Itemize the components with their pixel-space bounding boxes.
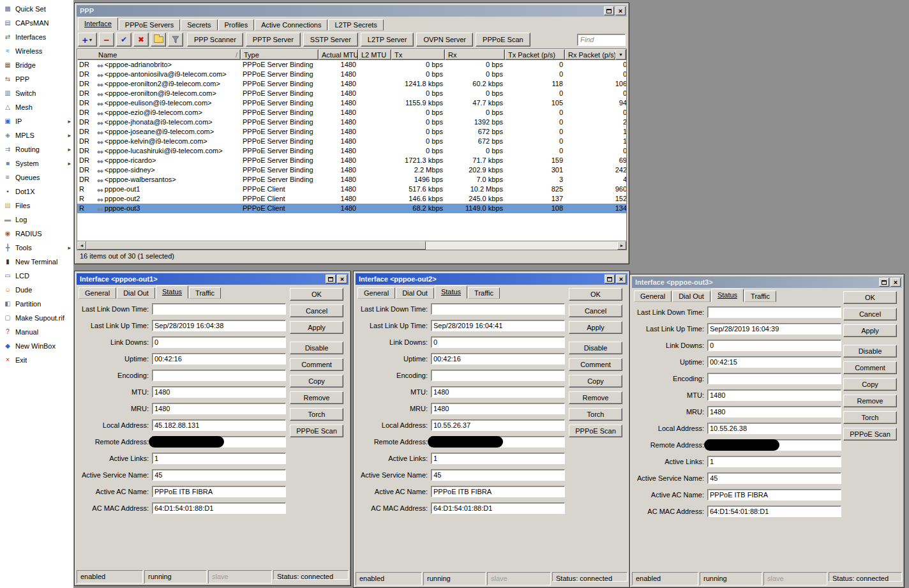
field-ac-mac-address[interactable]: 64:D1:54:01:88:D1	[707, 506, 841, 517]
add-button[interactable]: +▼	[78, 33, 97, 47]
tab-status[interactable]: Status	[435, 285, 467, 299]
field-remote-address[interactable]	[707, 439, 841, 451]
table-row[interactable]: DR◆◆<pppoe-eulison@i9-telecom.com>PPPoE …	[77, 98, 626, 108]
column-header-actual-mtu[interactable]: Actual MTU	[319, 49, 358, 60]
ok-button[interactable]: OK	[843, 291, 897, 304]
cancel-button[interactable]: Cancel	[290, 305, 343, 317]
field-remote-address[interactable]	[431, 436, 565, 448]
sidebar-item-manual[interactable]: ?Manual	[0, 325, 73, 339]
dialog-titlebar[interactable]: Interface <pppoe-out3>×	[632, 276, 902, 288]
disable-button[interactable]: Disable	[290, 342, 343, 354]
apply-button[interactable]: Apply	[843, 324, 897, 337]
field-last-link-down-time[interactable]	[431, 303, 565, 315]
restore-button[interactable]	[326, 275, 336, 283]
column-select-button[interactable]: ▼	[615, 49, 626, 60]
field-last-link-up-time[interactable]: Sep/28/2019 16:04:41	[431, 320, 565, 331]
dialog-titlebar[interactable]: Interface <pppoe-out1>×	[77, 273, 349, 285]
table-row[interactable]: DR◆◆<pppoe-eronilton2@i9-telecom.com>PPP…	[77, 79, 626, 89]
sidebar-item-switch[interactable]: ▥Switch	[0, 86, 73, 100]
close-button[interactable]: ×	[337, 275, 347, 283]
sidebar-item-new-terminal[interactable]: ▮New Terminal	[0, 255, 73, 269]
tab-traffic[interactable]: Traffic	[189, 287, 221, 299]
torch-button[interactable]: Torch	[843, 411, 897, 424]
field-active-links[interactable]: 1	[152, 453, 286, 464]
remove-button[interactable]: −	[99, 33, 114, 47]
field-uptime[interactable]: 00:42:16	[431, 353, 565, 365]
close-button[interactable]: ×	[616, 275, 626, 283]
table-row[interactable]: DR◆◆<pppoe-ezio@i9-telecom.com>PPPoE Ser…	[77, 108, 626, 117]
filter-button[interactable]	[168, 33, 183, 47]
restore-button[interactable]	[605, 275, 615, 283]
pppoe-scan-button[interactable]: PPPoE Scan	[476, 33, 530, 47]
field-link-downs[interactable]: 0	[707, 340, 841, 351]
ok-button[interactable]: OK	[569, 288, 622, 301]
column-header-l2-mtu[interactable]: L2 MTU	[358, 49, 391, 60]
tab-dial-out[interactable]: Dial Out	[117, 287, 155, 299]
sidebar-item-ppp[interactable]: ⇆PPP	[0, 72, 73, 86]
sidebar-item-mesh[interactable]: △Mesh	[0, 100, 73, 114]
field-active-links[interactable]: 1	[707, 456, 841, 467]
disable-button[interactable]: Disable	[843, 345, 897, 358]
table-row[interactable]: DR◆◆<pppoe-walbersantos>PPPoE Server Bin…	[77, 175, 626, 185]
enable-button[interactable]: ✔	[116, 33, 131, 47]
cancel-button[interactable]: Cancel	[843, 308, 897, 320]
comment-button[interactable]	[151, 33, 166, 47]
sidebar-item-exit[interactable]: ×Exit	[0, 353, 73, 367]
comment-button[interactable]: Comment	[290, 358, 343, 371]
tab-profiles[interactable]: Profiles	[218, 19, 255, 31]
restore-button[interactable]	[879, 278, 889, 287]
field-uptime[interactable]: 00:42:15	[707, 356, 841, 368]
close-button[interactable]: ×	[615, 6, 626, 15]
tab-general[interactable]: General	[79, 287, 116, 299]
sidebar-item-log[interactable]: ▬Log	[0, 213, 73, 227]
table-row[interactable]: R◆◆pppoe-out1PPPoE Client1480517.6 kbps1…	[77, 185, 626, 194]
field-last-link-up-time[interactable]: Sep/28/2019 16:04:39	[707, 323, 841, 335]
tab-pppoe-servers[interactable]: PPPoE Servers	[119, 19, 180, 31]
table-row[interactable]: R◆◆pppoe-out3PPPoE Client148068.2 kbps11…	[77, 204, 626, 213]
scrollbar-track[interactable]	[86, 241, 617, 250]
ovpn-server-button[interactable]: OVPN Server	[416, 33, 473, 47]
dialog-titlebar[interactable]: Interface <pppoe-out2>×	[356, 273, 627, 285]
tab-active-connections[interactable]: Active Connections	[255, 19, 327, 31]
ppp-scanner-button[interactable]: PPP Scanner	[187, 33, 243, 47]
field-ac-mac-address[interactable]: 64:D1:54:01:88:D1	[152, 502, 286, 514]
sidebar-item-tools[interactable]: ╋Tools▸	[0, 241, 73, 255]
tab-dial-out[interactable]: Dial Out	[396, 287, 434, 299]
sidebar-item-lcd[interactable]: ▭LCD	[0, 269, 73, 283]
torch-button[interactable]: Torch	[290, 408, 343, 421]
field-mtu[interactable]: 1480	[707, 389, 841, 401]
field-active-ac-name[interactable]: PPPoE ITB FIBRA	[707, 489, 841, 501]
table-row[interactable]: DR◆◆<pppoe-jhonata@i9-telecom.com>PPPoE …	[77, 117, 626, 127]
field-last-link-down-time[interactable]	[707, 306, 841, 318]
sidebar-item-wireless[interactable]: ≈Wireless	[0, 44, 73, 58]
sidebar-item-ip[interactable]: ▣IP▸	[0, 114, 73, 128]
field-encoding[interactable]	[152, 370, 286, 381]
field-active-service-name[interactable]: 45	[152, 469, 286, 481]
table-row[interactable]: DR◆◆<pppoe-antoniosilva@i9-telecom.com>P…	[77, 70, 626, 79]
field-active-ac-name[interactable]: PPPoE ITB FIBRA	[431, 486, 565, 497]
horizontal-scrollbar[interactable]: ◄ ►	[77, 241, 626, 250]
cancel-button[interactable]: Cancel	[569, 305, 622, 317]
field-local-address[interactable]: 45.182.88.131	[152, 419, 286, 431]
sidebar-item-system[interactable]: ■System▸	[0, 156, 73, 170]
apply-button[interactable]: Apply	[569, 321, 622, 334]
field-mru[interactable]: 1480	[152, 403, 286, 414]
field-ac-mac-address[interactable]: 64:D1:54:01:88:D1	[431, 502, 565, 514]
tab-general[interactable]: General	[357, 287, 395, 299]
l2tp-server-button[interactable]: L2TP Server	[361, 33, 414, 47]
close-button[interactable]: ×	[890, 278, 901, 287]
tab-general[interactable]: General	[634, 290, 672, 302]
field-mtu[interactable]: 1480	[152, 386, 286, 398]
sidebar-item-queues[interactable]: ≡Queues	[0, 170, 73, 185]
copy-button[interactable]: Copy	[290, 375, 343, 388]
comment-button[interactable]: Comment	[569, 358, 622, 371]
sidebar-item-bridge[interactable]: ▦Bridge	[0, 58, 73, 72]
field-last-link-up-time[interactable]: Sep/28/2019 16:04:38	[152, 320, 286, 331]
sidebar-item-partition[interactable]: ◧Partition	[0, 297, 73, 311]
scrollbar-thumb[interactable]	[86, 241, 426, 250]
table-row[interactable]: DR◆◆<pppoe-lucashiruki@i9-telecom.com>PP…	[77, 146, 626, 156]
pppoe-scan-button[interactable]: PPPoE Scan	[290, 425, 343, 437]
sidebar-item-radius[interactable]: ◉RADIUS	[0, 227, 73, 241]
field-mtu[interactable]: 1480	[431, 386, 565, 398]
field-remote-address[interactable]	[152, 436, 286, 448]
